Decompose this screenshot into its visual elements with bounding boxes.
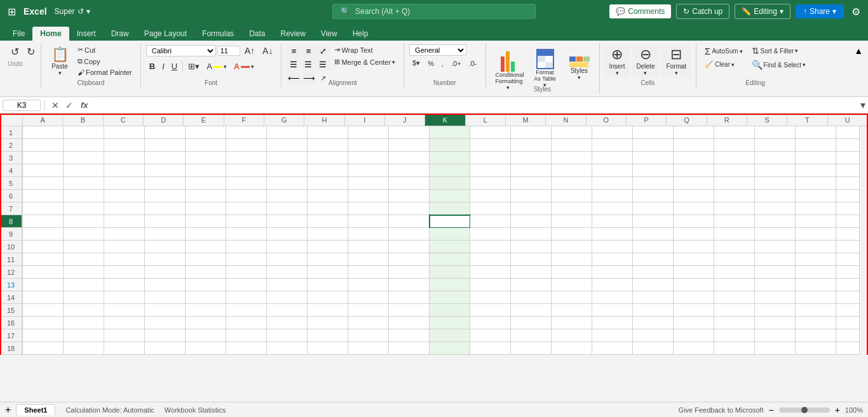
cell-M6[interactable] [511, 190, 552, 202]
cell-A12[interactable] [23, 266, 64, 279]
collapse-ribbon-button[interactable]: ▲ [854, 46, 863, 56]
cell-S15[interactable] [755, 304, 796, 317]
cell-N15[interactable] [552, 304, 592, 317]
cell-O16[interactable] [592, 317, 633, 329]
cell-L13[interactable] [470, 279, 511, 291]
cell-M13[interactable] [511, 279, 552, 291]
cell-R13[interactable] [714, 279, 755, 291]
settings-icon[interactable]: ⚙ [849, 3, 863, 20]
autosum-dropdown[interactable]: ▾ [740, 48, 743, 55]
cell-U14[interactable] [836, 291, 859, 304]
paste-button[interactable]: 📋 Paste ▾ [46, 44, 73, 78]
row-header-11[interactable]: 11 [0, 253, 22, 266]
cell-J9[interactable] [389, 228, 430, 241]
percent-button[interactable]: % [424, 58, 437, 69]
cell-A15[interactable] [23, 304, 64, 317]
cell-D14[interactable] [145, 291, 186, 304]
cell-R2[interactable] [714, 139, 755, 152]
row-header-5[interactable]: 5 [0, 177, 22, 190]
cell-D11[interactable] [145, 253, 186, 266]
cell-J17[interactable] [389, 329, 430, 342]
cell-J3[interactable] [389, 152, 430, 164]
confirm-formula-button[interactable]: ✓ [63, 100, 76, 110]
cell-T18[interactable] [796, 342, 836, 355]
cell-M14[interactable] [511, 291, 552, 304]
cell-U4[interactable] [836, 164, 859, 177]
cell-H13[interactable] [308, 279, 348, 291]
cell-T7[interactable] [796, 202, 836, 215]
tab-formulas[interactable]: Formulas [194, 27, 241, 41]
cell-K2[interactable] [430, 139, 470, 152]
clear-button[interactable]: 🧹 Clear ▾ [702, 59, 745, 70]
align-middle-left-button[interactable]: ☰ [287, 58, 301, 70]
cell-F2[interactable] [226, 139, 267, 152]
cell-K11[interactable] [430, 253, 470, 266]
cell-A8[interactable] [23, 215, 64, 228]
row-header-6[interactable]: 6 [0, 190, 22, 202]
cell-J7[interactable] [389, 202, 430, 215]
cell-S1[interactable] [755, 126, 796, 139]
cell-U10[interactable] [836, 241, 859, 253]
cell-M5[interactable] [511, 177, 552, 190]
cell-A3[interactable] [23, 152, 64, 164]
row-header-1[interactable]: 1 [0, 126, 22, 139]
cell-R6[interactable] [714, 190, 755, 202]
row-header-2[interactable]: 2 [0, 139, 22, 152]
cell-I14[interactable] [348, 291, 389, 304]
cell-K15[interactable] [430, 304, 470, 317]
cell-M8[interactable] [511, 215, 552, 228]
cell-M12[interactable] [511, 266, 552, 279]
col-header-Q[interactable]: Q [667, 114, 707, 126]
cell-P6[interactable] [633, 190, 674, 202]
cancel-formula-button[interactable]: ✕ [49, 100, 62, 110]
cell-Q16[interactable] [674, 317, 714, 329]
cell-G10[interactable] [267, 241, 308, 253]
cell-J11[interactable] [389, 253, 430, 266]
cell-I9[interactable] [348, 228, 389, 241]
cell-J14[interactable] [389, 291, 430, 304]
cell-S5[interactable] [755, 177, 796, 190]
cell-U6[interactable] [836, 190, 859, 202]
col-header-I[interactable]: I [345, 114, 385, 126]
cell-A4[interactable] [23, 164, 64, 177]
cell-E14[interactable] [186, 291, 226, 304]
col-header-G[interactable]: G [264, 114, 304, 126]
cell-H1[interactable] [308, 126, 348, 139]
cell-T3[interactable] [796, 152, 836, 164]
cell-K12[interactable] [430, 266, 470, 279]
cell-L17[interactable] [470, 329, 511, 342]
cell-R4[interactable] [714, 164, 755, 177]
decrease-font-button[interactable]: A↓ [259, 44, 276, 57]
editing-button[interactable]: ✏️ Editing ▾ [735, 4, 790, 19]
cell-K17[interactable] [430, 329, 470, 342]
border-button[interactable]: ⊞▾ [185, 60, 203, 72]
cell-D12[interactable] [145, 266, 186, 279]
cell-K3[interactable] [430, 152, 470, 164]
cell-Q10[interactable] [674, 241, 714, 253]
cell-P1[interactable] [633, 126, 674, 139]
row-header-15[interactable]: 15 [0, 304, 22, 317]
cell-F3[interactable] [226, 152, 267, 164]
cell-A9[interactable] [23, 228, 64, 241]
cell-G3[interactable] [267, 152, 308, 164]
row-header-14[interactable]: 14 [0, 291, 22, 304]
cell-J5[interactable] [389, 177, 430, 190]
row-header-18[interactable]: 18 [0, 342, 22, 355]
cell-O9[interactable] [592, 228, 633, 241]
cell-L6[interactable] [470, 190, 511, 202]
col-header-N[interactable]: N [546, 114, 586, 126]
number-format-select[interactable]: General [409, 44, 466, 56]
cell-C4[interactable] [104, 164, 145, 177]
increase-font-button[interactable]: A↑ [241, 44, 258, 57]
cell-I2[interactable] [348, 139, 389, 152]
cell-N17[interactable] [552, 329, 592, 342]
cell-C11[interactable] [104, 253, 145, 266]
cell-N7[interactable] [552, 202, 592, 215]
cell-K18[interactable] [430, 342, 470, 355]
cell-I15[interactable] [348, 304, 389, 317]
cell-S14[interactable] [755, 291, 796, 304]
delete-dropdown[interactable]: ▾ [644, 70, 647, 76]
decrease-decimal-button[interactable]: .0- [466, 58, 480, 69]
cell-P8[interactable] [633, 215, 674, 228]
cell-R10[interactable] [714, 241, 755, 253]
